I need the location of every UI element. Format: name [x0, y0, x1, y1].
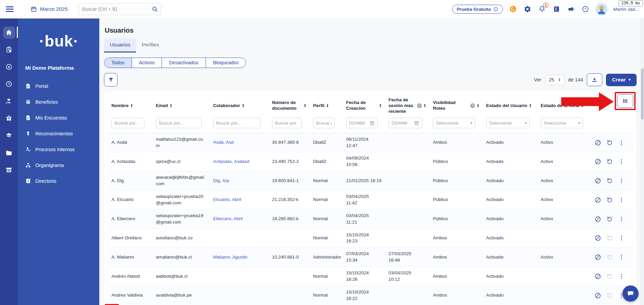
- row-actions-menu-button[interactable]: [618, 216, 625, 223]
- filter-select-estado_usuario[interactable]: Seleccionar▾: [486, 118, 530, 128]
- sidebar-item-reconocimientos[interactable]: Reconocimientos: [25, 126, 93, 141]
- sort-icon[interactable]: ▲▼: [130, 104, 133, 108]
- sort-icon[interactable]: ▲▼: [379, 104, 382, 108]
- sidebar-item-procesos-internos[interactable]: Procesos Internos: [25, 141, 93, 157]
- segment-desactivados[interactable]: Desactivados: [162, 58, 205, 68]
- row-actions-menu-button[interactable]: [618, 197, 625, 203]
- reset-user-button[interactable]: [606, 139, 613, 146]
- rail-item-folder[interactable]: [0, 144, 18, 161]
- row-actions-menu-button[interactable]: [618, 177, 625, 184]
- sort-icon[interactable]: ▲▼: [242, 104, 244, 108]
- user-avatar[interactable]: [596, 3, 608, 15]
- deactivate-user-button[interactable]: [595, 254, 601, 261]
- filter-input-documento[interactable]: [272, 118, 302, 128]
- rail-item-hand-heart[interactable]: [0, 93, 18, 110]
- filter-input-email[interactable]: [156, 118, 202, 128]
- reset-user-button[interactable]: [606, 273, 613, 280]
- rail-item-layers[interactable]: [0, 127, 18, 144]
- hamburger-menu-button[interactable]: [5, 4, 15, 14]
- filter-input-perfil[interactable]: [313, 118, 335, 128]
- search-icon[interactable]: [151, 6, 158, 12]
- trial-badge[interactable]: Prueba Gratuita: [452, 5, 503, 14]
- segment-activos[interactable]: Activos: [132, 58, 162, 68]
- table-row: A. Eltercerosebaspizaler+prueba19@gmail.…: [108, 210, 633, 229]
- scrollbar-thumb[interactable]: [641, 68, 644, 120]
- segment-todos[interactable]: Todos: [104, 58, 132, 68]
- sort-icon[interactable]: ▲▼: [170, 104, 172, 108]
- filter-date-sesion[interactable]: DD/MM/: [388, 118, 422, 128]
- reset-user-button[interactable]: [606, 235, 613, 241]
- vertical-scrollbar[interactable]: [640, 19, 644, 305]
- sort-icon[interactable]: ▲▼: [581, 104, 584, 108]
- row-actions-menu-button[interactable]: [618, 139, 625, 146]
- sort-icon[interactable]: ▲▼: [326, 104, 329, 108]
- row-actions-menu-button[interactable]: [618, 273, 625, 280]
- reset-user-button[interactable]: [606, 292, 613, 299]
- row-actions-menu-button[interactable]: [618, 235, 625, 241]
- colaborador-link[interactable]: Eltercero, Abril: [213, 216, 243, 221]
- filter-date-creacion[interactable]: DD/MM/: [346, 118, 378, 128]
- filter-input-colaborador[interactable]: [213, 118, 261, 128]
- chat-widget-button[interactable]: [622, 285, 639, 302]
- filter-select-estado_ficha[interactable]: Seleccionar▾: [541, 118, 583, 128]
- sidebar-item-organigrama[interactable]: Organigrama: [25, 157, 93, 173]
- rail-item-clock[interactable]: [0, 75, 18, 93]
- filter-input-nombre[interactable]: [111, 118, 144, 128]
- filter-select-visibilidad[interactable]: Seleccionar▾: [433, 118, 475, 128]
- sort-icon[interactable]: ▲▼: [423, 104, 426, 108]
- settings-button[interactable]: [523, 5, 532, 13]
- sidebar-item-portal[interactable]: Portal: [25, 78, 93, 94]
- deactivate-user-button[interactable]: [595, 139, 601, 146]
- deactivate-user-button[interactable]: [595, 235, 601, 241]
- tab-usuarios[interactable]: Usuarios: [104, 38, 136, 53]
- colaborador-link[interactable]: Asfasdas, Asdasd: [213, 159, 249, 164]
- rail-item-clipboard-clock[interactable]: [0, 41, 18, 58]
- rail-item-storefront[interactable]: [0, 161, 18, 178]
- sidebar-item-beneficios[interactable]: Beneficios: [25, 94, 93, 110]
- user-name[interactable]: Martín Jad...: [613, 7, 639, 12]
- controls-row: Ver 25 ▲▼ de 144 Crear ▾: [104, 73, 637, 87]
- tab-perfiles[interactable]: Perfiles: [136, 38, 165, 53]
- reset-user-button[interactable]: [606, 216, 613, 223]
- segment-bloqueados[interactable]: Bloqueados: [206, 58, 246, 68]
- colaborador-link[interactable]: Asda, Asd: [213, 140, 234, 145]
- column-info-icon[interactable]: ?: [417, 103, 422, 108]
- filters-button[interactable]: [104, 73, 117, 87]
- period-selector[interactable]: Marzo 2025: [30, 6, 68, 12]
- deactivate-user-button[interactable]: [595, 177, 601, 184]
- row-actions-menu-button[interactable]: [618, 158, 625, 165]
- rail-item-gift[interactable]: [0, 110, 18, 127]
- global-search-input[interactable]: [82, 6, 151, 12]
- column-info-icon[interactable]: ?: [470, 103, 475, 108]
- colaborador-link[interactable]: Dlg, Ata: [213, 178, 229, 183]
- rail-item-dollar[interactable]: $: [0, 58, 18, 75]
- reset-user-button[interactable]: [606, 177, 613, 184]
- deactivate-user-button[interactable]: [595, 273, 601, 280]
- reset-user-button[interactable]: [606, 158, 613, 165]
- sidebar-item-directorio[interactable]: Directorio: [25, 173, 93, 189]
- colaborador-link[interactable]: Elcuarto, Abril: [213, 197, 241, 202]
- tasks-button[interactable]: [552, 5, 561, 13]
- deactivate-user-button[interactable]: [595, 158, 601, 165]
- cell-colaborador: [210, 273, 269, 279]
- deactivate-user-button[interactable]: [595, 216, 601, 223]
- announcements-button[interactable]: [567, 5, 575, 13]
- row-actions-menu-button[interactable]: [618, 254, 625, 261]
- deactivate-user-button[interactable]: [595, 197, 601, 203]
- create-button[interactable]: Crear ▾: [606, 74, 637, 86]
- rewards-button[interactable]: [509, 5, 517, 13]
- colaborador-link[interactable]: Malianni, Agustin: [213, 255, 247, 260]
- reset-user-button[interactable]: [606, 197, 613, 203]
- rail-item-home[interactable]: [0, 24, 18, 41]
- download-button[interactable]: [587, 73, 602, 86]
- sidebar-item-mis-encuestas[interactable]: Mis Encuestas: [25, 110, 93, 126]
- help-button[interactable]: ?: [581, 5, 590, 13]
- deactivate-user-button[interactable]: [595, 292, 601, 299]
- page-size-select[interactable]: 25 ▲▼: [545, 75, 565, 85]
- column-settings-button[interactable]: [617, 94, 633, 108]
- sort-icon[interactable]: ▲▼: [304, 104, 306, 108]
- sort-icon[interactable]: ▲▼: [477, 104, 479, 108]
- reset-user-button[interactable]: [606, 254, 613, 261]
- notifications-button[interactable]: 1: [538, 5, 546, 13]
- sort-icon[interactable]: ▲▼: [529, 104, 532, 108]
